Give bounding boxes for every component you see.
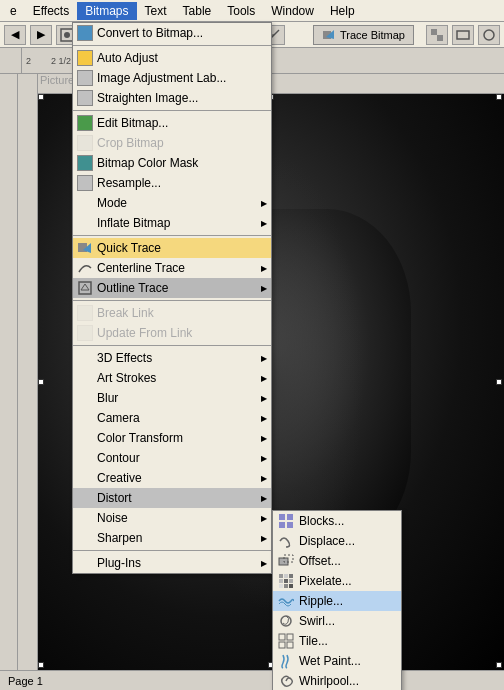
menu-item-text[interactable]: Text <box>137 2 175 20</box>
menu-bar: e Effects Bitmaps Text Table Tools Windo… <box>0 0 504 22</box>
menu-camera[interactable]: Camera <box>73 408 271 428</box>
menu-inflate-bitmap[interactable]: Inflate Bitmap <box>73 213 271 233</box>
menu-item-table[interactable]: Table <box>175 2 220 20</box>
menu-bitmap-color-mask[interactable]: Bitmap Color Mask <box>73 153 271 173</box>
svg-rect-13 <box>279 522 285 528</box>
svg-point-1 <box>64 32 70 38</box>
update-link-icon <box>77 325 93 341</box>
fwd-btn[interactable]: ▶ <box>30 25 52 45</box>
tb1[interactable] <box>426 25 448 45</box>
menu-3d-effects[interactable]: 3D Effects <box>73 348 271 368</box>
status-bar: Page 1 <box>0 670 504 690</box>
submenu-displace[interactable]: Displace... <box>273 531 401 551</box>
svg-rect-12 <box>287 514 293 520</box>
menu-outline-trace[interactable]: Outline Trace <box>73 278 271 298</box>
pixelate-icon <box>277 573 295 589</box>
svg-rect-18 <box>284 574 288 578</box>
menu-item-effects[interactable]: Effects <box>25 2 77 20</box>
svg-rect-14 <box>287 522 293 528</box>
sep6 <box>73 550 271 551</box>
straighten-icon <box>77 90 93 106</box>
menu-item-e[interactable]: e <box>2 2 25 20</box>
menu-item-bitmaps[interactable]: Bitmaps <box>77 2 136 20</box>
menu-mode[interactable]: Mode <box>73 193 271 213</box>
svg-rect-24 <box>284 584 288 588</box>
svg-rect-20 <box>279 579 283 583</box>
menu-auto-adjust[interactable]: Auto Adjust <box>73 48 271 68</box>
wet-paint-icon <box>277 653 295 669</box>
svg-rect-17 <box>279 574 283 578</box>
handle-tl[interactable] <box>38 94 44 100</box>
submenu-offset[interactable]: Offset... <box>273 551 401 571</box>
menu-plugins[interactable]: Plug-Ins <box>73 553 271 573</box>
submenu-ripple[interactable]: Ripple... <box>273 591 401 611</box>
trace-bitmap-btn[interactable]: Trace Bitmap <box>313 25 414 45</box>
svg-rect-6 <box>437 35 443 41</box>
menu-quick-trace[interactable]: Quick Trace <box>73 238 271 258</box>
svg-rect-19 <box>289 574 293 578</box>
auto-adjust-icon <box>77 50 93 66</box>
bitmaps-dropdown: Convert to Bitmap... Auto Adjust Image A… <box>72 22 272 574</box>
convert-bitmap-icon <box>77 25 93 41</box>
menu-sharpen[interactable]: Sharpen <box>73 528 271 548</box>
svg-point-8 <box>484 30 494 40</box>
svg-rect-29 <box>279 642 285 648</box>
svg-rect-7 <box>457 31 469 39</box>
back-btn[interactable]: ◀ <box>4 25 26 45</box>
handle-ml[interactable] <box>38 379 44 385</box>
menu-blur[interactable]: Blur <box>73 388 271 408</box>
menu-item-tools[interactable]: Tools <box>219 2 263 20</box>
handle-mr[interactable] <box>496 379 502 385</box>
sep2 <box>73 110 271 111</box>
ripple-icon <box>277 593 295 609</box>
menu-contour[interactable]: Contour <box>73 448 271 468</box>
svg-rect-11 <box>279 514 285 520</box>
submenu-pixelate[interactable]: Pixelate... <box>273 571 401 591</box>
menu-break-link: Break Link <box>73 303 271 323</box>
menu-creative[interactable]: Creative <box>73 468 271 488</box>
menu-noise[interactable]: Noise <box>73 508 271 528</box>
menu-centerline-trace[interactable]: Centerline Trace <box>73 258 271 278</box>
trace-bitmap-label: Trace Bitmap <box>340 29 405 41</box>
sep5 <box>73 345 271 346</box>
menu-distort[interactable]: Distort <box>73 488 271 508</box>
menu-color-transform[interactable]: Color Transform <box>73 428 271 448</box>
distort-submenu: Blocks... Displace... Offset... <box>272 510 402 690</box>
sep4 <box>73 300 271 301</box>
handle-bl[interactable] <box>38 662 44 668</box>
svg-rect-22 <box>289 579 293 583</box>
crop-bitmap-icon <box>77 135 93 151</box>
submenu-swirl[interactable]: Swirl... <box>273 611 401 631</box>
displace-icon <box>277 533 295 549</box>
handle-tr[interactable] <box>496 94 502 100</box>
menu-edit-bitmap[interactable]: Edit Bitmap... <box>73 113 271 133</box>
submenu-blocks[interactable]: Blocks... <box>273 511 401 531</box>
sep3 <box>73 235 271 236</box>
bitmap-color-mask-icon <box>77 155 93 171</box>
menu-item-window[interactable]: Window <box>263 2 322 20</box>
handle-br[interactable] <box>496 662 502 668</box>
menu-crop-bitmap[interactable]: Crop Bitmap <box>73 133 271 153</box>
edit-bitmap-icon <box>77 115 93 131</box>
submenu-whirlpool[interactable]: Whirlpool... <box>273 671 401 690</box>
menu-item-help[interactable]: Help <box>322 2 363 20</box>
menu-convert-bitmap[interactable]: Convert to Bitmap... <box>73 23 271 43</box>
svg-rect-25 <box>289 584 293 588</box>
outline-trace-icon <box>77 280 93 296</box>
menu-resample[interactable]: Resample... <box>73 173 271 193</box>
svg-rect-5 <box>431 29 437 35</box>
blocks-icon <box>277 513 295 529</box>
menu-straighten[interactable]: Straighten Image... <box>73 88 271 108</box>
page-indicator: Page 1 <box>8 675 43 687</box>
quick-trace-icon <box>77 240 93 256</box>
menu-art-strokes[interactable]: Art Strokes <box>73 368 271 388</box>
tb2[interactable] <box>452 25 474 45</box>
tile-icon <box>277 633 295 649</box>
menu-image-adjustment[interactable]: Image Adjustment Lab... <box>73 68 271 88</box>
submenu-wet-paint[interactable]: Wet Paint... <box>273 651 401 671</box>
whirlpool-icon <box>277 673 295 689</box>
swirl-icon <box>277 613 295 629</box>
ruler-vertical <box>18 74 38 670</box>
tb3[interactable] <box>478 25 500 45</box>
submenu-tile[interactable]: Tile... <box>273 631 401 651</box>
